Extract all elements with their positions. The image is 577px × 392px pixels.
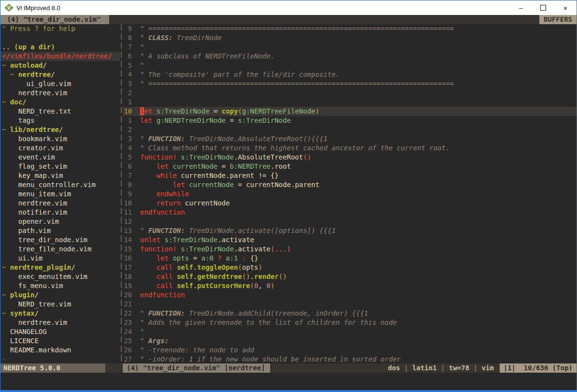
line-number: 6 bbox=[123, 162, 140, 171]
code-line[interactable]: 23" Adds the given treenode to the list … bbox=[123, 318, 577, 327]
statusline-filename: (4) "tree_dir_node.vim" [nerdtree] bbox=[123, 363, 270, 373]
code-line[interactable]: 4" Class method that returns the highest… bbox=[123, 144, 577, 153]
tab-active-buffer[interactable]: (4) "tree_dir_node.vim" bbox=[0, 15, 109, 24]
code-text: call self.toggleOpen(opts) bbox=[140, 263, 577, 272]
tree-item[interactable]: menu_controller.vim bbox=[0, 180, 120, 189]
tree-item[interactable]: ui.vim bbox=[0, 254, 120, 263]
code-line[interactable]: 11endfunction bbox=[123, 208, 577, 217]
code-line[interactable]: 12 bbox=[123, 217, 577, 226]
code-line[interactable]: 3" FUNCTION: TreeDirNode.AbsoluteTreeRoo… bbox=[123, 134, 577, 144]
tree-item[interactable]: README.markdown bbox=[0, 346, 120, 355]
code-line[interactable]: 13" FUNCTION: TreeDirNode.activate([opti… bbox=[123, 226, 577, 235]
maximize-button[interactable] bbox=[532, 0, 554, 15]
tree-item[interactable]: fs_menu.vim bbox=[0, 281, 120, 290]
code-line[interactable]: 7 while currentNode.parent != {} bbox=[123, 171, 577, 180]
minimize-button[interactable]: — bbox=[510, 0, 532, 15]
code-line[interactable]: 26" -treenode: the node to add bbox=[123, 346, 577, 355]
tree-item[interactable]: ui_glue.vim bbox=[0, 79, 120, 88]
tree-item[interactable]: nerdtree.vim bbox=[0, 88, 120, 98]
tree-item[interactable]: ~ syntax/ bbox=[0, 309, 120, 318]
code-line[interactable]: 18 call self.getNerdtree().render() bbox=[123, 272, 577, 281]
code-line[interactable]: 5" bbox=[123, 61, 577, 70]
editor-pane[interactable]: 9" =====================================… bbox=[123, 24, 577, 363]
code-line[interactable]: 19 call self.putCursorHere(0, 0) bbox=[123, 281, 577, 290]
code-line[interactable]: 20endfunction bbox=[123, 290, 577, 300]
tree-item[interactable]: NERD_tree.vim bbox=[0, 300, 120, 309]
line-number: 23 bbox=[123, 318, 140, 327]
vim-window: V Vi IMproved 8.0 — ✕ (4) "tree_dir_node… bbox=[0, 0, 577, 392]
tree-item[interactable]: nerdtree.vim bbox=[0, 318, 120, 327]
code-line[interactable]: 5function! s:TreeDirNode.AbsoluteTreeRoo… bbox=[123, 153, 577, 162]
code-line[interactable]: 21 bbox=[123, 300, 577, 309]
tree-item[interactable]: NERD_tree.txt bbox=[0, 107, 120, 116]
tree-item[interactable]: .. (up a dir) bbox=[0, 43, 120, 52]
code-line[interactable]: 7" bbox=[123, 43, 577, 52]
code-line[interactable]: 9" =====================================… bbox=[123, 24, 577, 33]
code-line[interactable]: 22" FUNCTION: TreeDirNode.addChild(treen… bbox=[123, 309, 577, 318]
line-number: 2 bbox=[123, 125, 140, 134]
line-number: 20 bbox=[123, 290, 140, 300]
tree-item[interactable]: opener.vim bbox=[0, 217, 120, 226]
code-line[interactable]: 10let s:TreeDirNode = copy(g:NERDTreeFil… bbox=[123, 107, 577, 116]
code-line[interactable]: 1 bbox=[123, 98, 577, 107]
tree-item[interactable]: " Press ? for help bbox=[0, 24, 120, 33]
tree-item[interactable]: flag_set.vim bbox=[0, 162, 120, 171]
code-line[interactable]: 8" CLASS: TreeDirNode bbox=[123, 33, 577, 43]
code-line[interactable]: 6" A subclass of NERDTreeFileNode. bbox=[123, 52, 577, 61]
code-line[interactable]: 15function! s:TreeDirNode.activate(...) bbox=[123, 245, 577, 254]
code-line[interactable]: 2 bbox=[123, 88, 577, 98]
tree-item[interactable]: ~ doc/ bbox=[0, 98, 120, 107]
tree-item[interactable] bbox=[0, 33, 120, 43]
tree-item[interactable]: notifier.vim bbox=[0, 208, 120, 217]
code-line[interactable]: 1let g:NERDTreeDirNode = s:TreeDirNode bbox=[123, 116, 577, 125]
code-line[interactable]: 3" =====================================… bbox=[123, 79, 577, 88]
code-line[interactable]: 9 endwhile bbox=[123, 189, 577, 199]
code-line[interactable]: 4" The 'composite' part of the file/dir … bbox=[123, 70, 577, 79]
code-line[interactable]: 25" Args: bbox=[123, 336, 577, 346]
nerdtree-sidebar[interactable]: " Press ? for help.. (up a dir)</vimfile… bbox=[0, 24, 120, 363]
line-number: 1 bbox=[123, 98, 140, 107]
tree-item[interactable]: LICENCE bbox=[0, 336, 120, 346]
statusline-info-item: dos bbox=[388, 363, 400, 373]
tree-item[interactable]: ~ plugin/ bbox=[0, 290, 120, 300]
code-text: " bbox=[140, 327, 577, 336]
tree-item[interactable]: ~ bbox=[0, 355, 120, 363]
code-line[interactable]: 16 let opts = a:0 ? a:1 : {} bbox=[123, 254, 577, 263]
tree-item[interactable]: ~ nerdtree_plugin/ bbox=[0, 263, 120, 272]
tree-item[interactable]: </vimfiles/bundle/nerdtree/ bbox=[0, 52, 120, 61]
code-text: endfunction bbox=[140, 208, 577, 217]
code-line[interactable]: 10 return currentNode bbox=[123, 199, 577, 208]
tree-item[interactable]: event.vim bbox=[0, 153, 120, 162]
code-line[interactable]: 6 let currentNode = b:NERDTree.root bbox=[123, 162, 577, 171]
tree-item[interactable]: ~ lib/nerdtree/ bbox=[0, 125, 120, 134]
code-line[interactable]: 2 bbox=[123, 125, 577, 134]
tree-item[interactable]: bookmark.vim bbox=[0, 134, 120, 144]
code-line[interactable]: 14unlet s:TreeDirNode.activate bbox=[123, 235, 577, 245]
statusline-info-item: vim bbox=[481, 363, 493, 373]
tree-item[interactable]: tree_file_node.vim bbox=[0, 245, 120, 254]
window-border-bottom bbox=[0, 390, 577, 392]
tree-item[interactable]: CHANGELOG bbox=[0, 327, 120, 336]
vim-logo-icon: V bbox=[5, 4, 13, 12]
line-number: 10 bbox=[123, 199, 140, 208]
code-text: call self.putCursorHere(0, 0) bbox=[140, 281, 577, 290]
vertical-split-separator[interactable] bbox=[120, 24, 123, 363]
code-line[interactable]: 8 let currentNode = currentNode.parent bbox=[123, 180, 577, 189]
tree-item[interactable]: tags bbox=[0, 116, 120, 125]
close-button[interactable]: ✕ bbox=[554, 0, 577, 15]
tree-item[interactable]: key_map.vim bbox=[0, 171, 120, 180]
tree-item[interactable]: nerdtree.vim bbox=[0, 199, 120, 208]
code-line[interactable]: 17 call self.toggleOpen(opts) bbox=[123, 263, 577, 272]
tree-item[interactable]: ~ autoload/ bbox=[0, 61, 120, 70]
code-line[interactable]: 24" bbox=[123, 327, 577, 336]
tree-item[interactable]: menu_item.vim bbox=[0, 189, 120, 199]
tree-item[interactable]: exec_menuitem.vim bbox=[0, 272, 120, 281]
tree-item[interactable]: path.vim bbox=[0, 226, 120, 235]
code-text: " -treenode: the node to add bbox=[140, 346, 577, 355]
tree-item[interactable]: tree_dir_node.vim bbox=[0, 235, 120, 245]
tree-item[interactable]: ~ nerdtree/ bbox=[0, 70, 120, 79]
tree-item[interactable]: creator.vim bbox=[0, 144, 120, 153]
command-line[interactable] bbox=[0, 373, 577, 390]
code-line[interactable]: 27" -inOrder: 1 if the new node should b… bbox=[123, 355, 577, 363]
code-text: " ======================================… bbox=[140, 79, 577, 88]
